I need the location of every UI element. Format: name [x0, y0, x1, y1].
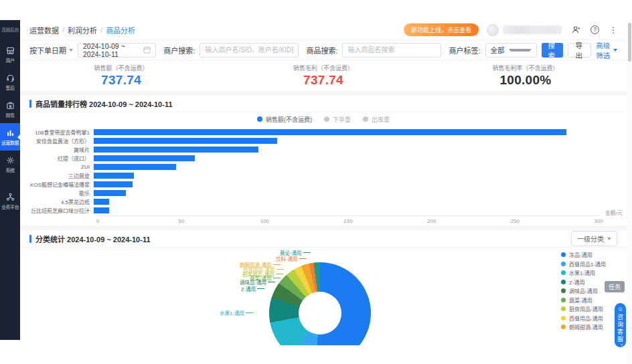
bar-legend: 销售额(不含运费)下单量出库量: [20, 112, 627, 126]
sidebar-item-label: 售后: [6, 84, 15, 91]
stat-gross-profit: 销售毛利（不含运费） 737.74: [222, 64, 424, 91]
breadcrumb-item[interactable]: 利润分析: [68, 25, 97, 35]
legend-item[interactable]: 销售额(不含运费): [257, 115, 312, 124]
callout-leader-line: [246, 312, 253, 313]
bar-row: 4.5黑花边纸: [20, 197, 627, 206]
date-type-label: 按下单日期: [29, 45, 66, 56]
bar-category-label: 红提（进口）: [20, 155, 94, 162]
donut-hole: [299, 292, 341, 335]
callout-text: 水果1·通用: [220, 309, 244, 316]
legend-label: 冻品-通用: [569, 251, 592, 258]
user-switch-icon[interactable]: [572, 25, 580, 34]
help-icon[interactable]: ?: [590, 25, 599, 34]
bar-track: [94, 173, 599, 179]
donut-legend-item[interactable]: 西餐用品-通用: [561, 314, 606, 323]
sidebar-item-finance[interactable]: 财务: [0, 96, 20, 123]
legend-dot: [257, 116, 262, 122]
user-name-redacted[interactable]: [503, 25, 562, 34]
stat-label: 销售毛利率（不含运费）: [424, 64, 627, 72]
bar-track: [94, 164, 599, 170]
callout-text: Z·通用: [241, 285, 256, 292]
donut-legend-item[interactable]: 水果1-通用: [561, 268, 606, 278]
callout-leader-line: [276, 269, 284, 270]
export-button[interactable]: 导出: [568, 43, 591, 58]
legend-label: 水果1-通用: [569, 269, 595, 276]
donut-area: 莫论·通用饮料·通用朗姆甜酒·通用西餐用品·通用厨房用品·通用蔬菜·通用调味品·…: [20, 248, 627, 345]
search-button[interactable]: 搜索: [542, 43, 564, 58]
help-glyph: ?: [590, 25, 599, 34]
stats-row: 销售额（不含运费） 737.74 销售毛利（不含运费） 737.74 销售毛利率…: [20, 60, 627, 91]
active-notch: [17, 134, 20, 140]
legend-label: 销售额(不含运费): [266, 115, 312, 124]
customer-service-button[interactable]: ☺ 咨询客服: [615, 303, 626, 347]
sidebar-item-merchant[interactable]: 商户: [0, 41, 20, 68]
product-search-input[interactable]: [342, 43, 441, 58]
sidebar-item-label: 业务平台: [1, 203, 19, 210]
donut-legend-item[interactable]: 冻品-通用: [561, 250, 606, 260]
sidebar-item-label: 系统: [6, 167, 15, 173]
sidebar-item-system[interactable]: 系统: [0, 151, 20, 178]
category-card-title: 分类统计 2024-10-09 ~ 2024-10-11: [35, 234, 151, 244]
category-level-select[interactable]: 一级分类: [571, 231, 617, 246]
headset-icon: [6, 74, 15, 83]
donut-legend-item[interactable]: 厨房用品-通用: [561, 304, 606, 314]
donut-legend-item[interactable]: 西餐用品1-通用: [561, 260, 606, 269]
sidebar-item-business-platform[interactable]: 业务平台: [0, 187, 20, 215]
page-scrollbar[interactable]: [627, 20, 632, 364]
stat-gross-margin: 销售毛利率（不含运费） 100.00%: [424, 64, 627, 91]
bar-category-label: 三边腐皮: [20, 172, 94, 179]
legend-label: 厨房用品-通用: [569, 305, 603, 312]
sidebar-item-after-sale[interactable]: 售后: [0, 68, 20, 96]
bar-fill: [94, 138, 277, 144]
category-level-value: 一级分类: [577, 234, 604, 244]
notice-badge[interactable]: 新功能上线，点击查看: [404, 23, 479, 36]
stat-value: 737.74: [20, 73, 222, 88]
bar-fill: [94, 155, 195, 161]
date-range-picker[interactable]: 2024-10-09 ~ 2024-10-11: [78, 43, 156, 58]
donut-legend-item[interactable]: 调味品-通用: [561, 286, 606, 296]
merchant-tag-value: 全部: [491, 45, 509, 55]
scrollbar-thumb[interactable]: [628, 23, 631, 62]
card-title-row: 分类统计 2024-10-09 ~ 2024-10-11 一级分类: [20, 230, 627, 248]
breadcrumb-item[interactable]: 运营数据: [29, 25, 59, 35]
bar-track: [94, 199, 599, 205]
breadcrumb-separator: /: [62, 26, 64, 34]
bar-category-label: 4.5黑花边纸: [20, 198, 94, 205]
donut-legend-item[interactable]: 朗姆甜酒-通用: [561, 323, 606, 332]
bar-row: 三边腐皮: [20, 171, 627, 180]
date-type-select[interactable]: 按下单日期: [29, 45, 73, 56]
sidebar-item-operations-data[interactable]: 运营数据: [0, 123, 20, 151]
bar-fill: [94, 129, 566, 135]
legend-label: 下单量: [333, 115, 351, 124]
app-logo: 连锁后台: [0, 20, 20, 33]
product-search-label: 商品搜索:: [306, 45, 337, 56]
callout-leader-line: [257, 288, 264, 289]
more-icon[interactable]: ⋮: [609, 26, 617, 34]
scroll-down-arrow[interactable]: ▼: [619, 343, 624, 347]
advanced-filter-toggle[interactable]: 高级筛选: [596, 40, 617, 60]
merchant-tag-label: 商户标签:: [449, 45, 480, 56]
bar-x-axis: 050100150200250300金额/元: [98, 215, 599, 226]
legend-item[interactable]: 出库量: [363, 115, 390, 124]
bar-row: 歌乐: [20, 189, 627, 197]
task-floating-button[interactable]: 任务: [605, 281, 625, 292]
merchant-search-input[interactable]: [200, 43, 299, 58]
legend-item[interactable]: 下单量: [324, 115, 351, 124]
product-ranking-card: 商品销量排行榜 2024-10-09 ~ 2024-10-11 销售额(不含运费…: [20, 95, 627, 226]
donut-legend-item[interactable]: 蔬菜-通用: [561, 296, 606, 305]
date-range-value: 2024-10-09 ~ 2024-10-11: [83, 42, 139, 58]
stat-label: 销售毛利（不含运费）: [222, 64, 424, 72]
category-stats-card: 分类统计 2024-10-09 ~ 2024-10-11 一级分类 莫论·通用饮…: [20, 230, 627, 345]
x-tick-label: 100: [260, 218, 269, 224]
merchant-search-label: 商户搜索:: [163, 45, 195, 56]
sidebar-item-label: 财务: [6, 112, 15, 118]
breadcrumb: 运营数据/利润分析/商品分析: [29, 25, 135, 35]
legend-dot: [324, 116, 329, 122]
donut-legend-item[interactable]: Z-通用: [561, 278, 606, 287]
merchant-tag-select[interactable]: 全部: [485, 43, 537, 58]
x-tick-label: 0: [96, 218, 99, 224]
customer-service-label: 咨询客服: [616, 314, 625, 343]
breadcrumb-separator: /: [100, 26, 102, 34]
avatar[interactable]: [487, 24, 499, 36]
legend-dot: [561, 306, 566, 311]
